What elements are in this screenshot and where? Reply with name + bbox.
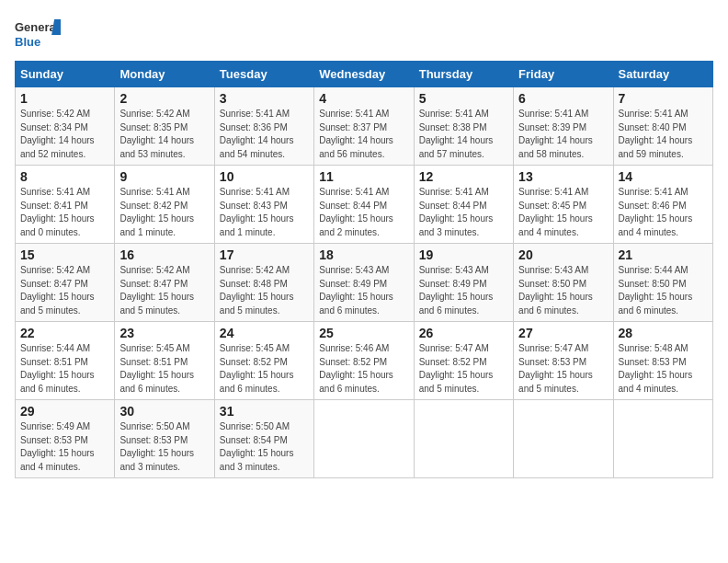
day-number: 23 xyxy=(119,326,209,340)
calendar-cell: 12Sunrise: 5:41 AM Sunset: 8:44 PM Dayli… xyxy=(414,166,513,244)
calendar-cell: 14Sunrise: 5:41 AM Sunset: 8:46 PM Dayli… xyxy=(613,166,712,244)
calendar-cell xyxy=(613,400,712,478)
day-number: 10 xyxy=(220,169,309,184)
day-number: 21 xyxy=(619,247,708,262)
calendar-cell: 22Sunrise: 5:44 AM Sunset: 8:51 PM Dayli… xyxy=(16,322,115,400)
day-number: 30 xyxy=(119,404,209,419)
day-number: 18 xyxy=(319,247,408,262)
day-info: Sunrise: 5:43 AM Sunset: 8:50 PM Dayligh… xyxy=(518,264,608,317)
day-info: Sunrise: 5:42 AM Sunset: 8:47 PM Dayligh… xyxy=(119,264,209,317)
calendar-cell: 28Sunrise: 5:48 AM Sunset: 8:53 PM Dayli… xyxy=(613,322,712,400)
calendar-cell: 20Sunrise: 5:43 AM Sunset: 8:50 PM Dayli… xyxy=(514,244,613,322)
calendar-cell: 8Sunrise: 5:41 AM Sunset: 8:41 PM Daylig… xyxy=(16,166,115,244)
day-info: Sunrise: 5:45 AM Sunset: 8:51 PM Dayligh… xyxy=(119,342,209,396)
day-number: 19 xyxy=(419,247,508,262)
day-info: Sunrise: 5:44 AM Sunset: 8:51 PM Dayligh… xyxy=(20,342,109,396)
calendar-cell: 15Sunrise: 5:42 AM Sunset: 8:47 PM Dayli… xyxy=(16,244,115,322)
day-info: Sunrise: 5:47 AM Sunset: 8:52 PM Dayligh… xyxy=(419,342,508,396)
day-info: Sunrise: 5:45 AM Sunset: 8:52 PM Dayligh… xyxy=(220,342,309,396)
day-number: 13 xyxy=(518,169,608,184)
column-header-saturday: Saturday xyxy=(613,62,712,87)
day-number: 31 xyxy=(220,404,309,419)
calendar-cell: 3Sunrise: 5:41 AM Sunset: 8:36 PM Daylig… xyxy=(214,87,313,166)
day-info: Sunrise: 5:50 AM Sunset: 8:54 PM Dayligh… xyxy=(220,420,309,474)
day-info: Sunrise: 5:41 AM Sunset: 8:39 PM Dayligh… xyxy=(518,108,608,161)
day-number: 25 xyxy=(319,326,408,340)
calendar-cell: 24Sunrise: 5:45 AM Sunset: 8:52 PM Dayli… xyxy=(214,322,313,400)
day-info: Sunrise: 5:41 AM Sunset: 8:38 PM Dayligh… xyxy=(419,108,508,161)
column-header-thursday: Thursday xyxy=(414,62,513,87)
day-number: 4 xyxy=(319,91,408,106)
day-info: Sunrise: 5:42 AM Sunset: 8:47 PM Dayligh… xyxy=(20,264,109,317)
day-info: Sunrise: 5:41 AM Sunset: 8:40 PM Dayligh… xyxy=(619,108,708,161)
day-number: 16 xyxy=(119,247,209,262)
day-number: 8 xyxy=(20,169,109,184)
day-number: 28 xyxy=(619,326,708,340)
day-info: Sunrise: 5:41 AM Sunset: 8:44 PM Dayligh… xyxy=(419,186,508,239)
day-info: Sunrise: 5:50 AM Sunset: 8:53 PM Dayligh… xyxy=(119,420,209,474)
calendar-cell xyxy=(414,400,513,478)
day-number: 11 xyxy=(319,169,408,184)
day-number: 22 xyxy=(20,326,109,340)
day-info: Sunrise: 5:42 AM Sunset: 8:35 PM Dayligh… xyxy=(119,108,209,161)
day-info: Sunrise: 5:42 AM Sunset: 8:34 PM Dayligh… xyxy=(20,108,109,161)
calendar-cell: 1Sunrise: 5:42 AM Sunset: 8:34 PM Daylig… xyxy=(16,87,115,166)
calendar-cell: 16Sunrise: 5:42 AM Sunset: 8:47 PM Dayli… xyxy=(115,244,214,322)
calendar-cell: 27Sunrise: 5:47 AM Sunset: 8:53 PM Dayli… xyxy=(514,322,613,400)
day-info: Sunrise: 5:42 AM Sunset: 8:48 PM Dayligh… xyxy=(220,264,309,317)
calendar-cell: 19Sunrise: 5:43 AM Sunset: 8:49 PM Dayli… xyxy=(414,244,513,322)
calendar-cell: 26Sunrise: 5:47 AM Sunset: 8:52 PM Dayli… xyxy=(414,322,513,400)
calendar-cell: 5Sunrise: 5:41 AM Sunset: 8:38 PM Daylig… xyxy=(414,87,513,166)
day-number: 9 xyxy=(119,169,209,184)
day-number: 12 xyxy=(419,169,508,184)
calendar-cell: 25Sunrise: 5:46 AM Sunset: 8:52 PM Dayli… xyxy=(314,322,414,400)
calendar-cell: 21Sunrise: 5:44 AM Sunset: 8:50 PM Dayli… xyxy=(613,244,712,322)
logo-svg: General Blue xyxy=(15,15,61,52)
day-info: Sunrise: 5:48 AM Sunset: 8:53 PM Dayligh… xyxy=(619,342,708,396)
calendar-week-row: 8Sunrise: 5:41 AM Sunset: 8:41 PM Daylig… xyxy=(16,166,713,244)
day-info: Sunrise: 5:41 AM Sunset: 8:37 PM Dayligh… xyxy=(319,108,408,161)
calendar-week-row: 1Sunrise: 5:42 AM Sunset: 8:34 PM Daylig… xyxy=(16,87,713,166)
calendar-cell xyxy=(514,400,613,478)
calendar-week-row: 15Sunrise: 5:42 AM Sunset: 8:47 PM Dayli… xyxy=(16,244,713,322)
calendar-cell: 18Sunrise: 5:43 AM Sunset: 8:49 PM Dayli… xyxy=(314,244,414,322)
calendar-header-row: SundayMondayTuesdayWednesdayThursdayFrid… xyxy=(16,62,713,87)
calendar-week-row: 22Sunrise: 5:44 AM Sunset: 8:51 PM Dayli… xyxy=(16,322,713,400)
day-number: 26 xyxy=(419,326,508,340)
day-info: Sunrise: 5:49 AM Sunset: 8:53 PM Dayligh… xyxy=(20,420,109,474)
calendar-cell: 2Sunrise: 5:42 AM Sunset: 8:35 PM Daylig… xyxy=(115,87,214,166)
calendar-cell: 13Sunrise: 5:41 AM Sunset: 8:45 PM Dayli… xyxy=(514,166,613,244)
day-number: 29 xyxy=(20,404,109,419)
page-header: General Blue xyxy=(15,15,713,52)
day-number: 5 xyxy=(419,91,508,106)
column-header-sunday: Sunday xyxy=(16,62,115,87)
day-number: 27 xyxy=(518,326,608,340)
day-info: Sunrise: 5:44 AM Sunset: 8:50 PM Dayligh… xyxy=(619,264,708,317)
calendar-cell: 4Sunrise: 5:41 AM Sunset: 8:37 PM Daylig… xyxy=(314,87,414,166)
day-info: Sunrise: 5:41 AM Sunset: 8:44 PM Dayligh… xyxy=(319,186,408,239)
calendar-cell: 17Sunrise: 5:42 AM Sunset: 8:48 PM Dayli… xyxy=(214,244,313,322)
calendar-cell: 31Sunrise: 5:50 AM Sunset: 8:54 PM Dayli… xyxy=(214,400,313,478)
calendar-cell: 10Sunrise: 5:41 AM Sunset: 8:43 PM Dayli… xyxy=(214,166,313,244)
svg-text:Blue: Blue xyxy=(15,35,40,49)
calendar-cell: 11Sunrise: 5:41 AM Sunset: 8:44 PM Dayli… xyxy=(314,166,414,244)
day-info: Sunrise: 5:41 AM Sunset: 8:43 PM Dayligh… xyxy=(220,186,309,239)
calendar-cell: 23Sunrise: 5:45 AM Sunset: 8:51 PM Dayli… xyxy=(115,322,214,400)
day-info: Sunrise: 5:43 AM Sunset: 8:49 PM Dayligh… xyxy=(319,264,408,317)
calendar-week-row: 29Sunrise: 5:49 AM Sunset: 8:53 PM Dayli… xyxy=(16,400,713,478)
day-info: Sunrise: 5:43 AM Sunset: 8:49 PM Dayligh… xyxy=(419,264,508,317)
calendar-cell: 6Sunrise: 5:41 AM Sunset: 8:39 PM Daylig… xyxy=(514,87,613,166)
day-info: Sunrise: 5:41 AM Sunset: 8:45 PM Dayligh… xyxy=(518,186,608,239)
day-number: 3 xyxy=(220,91,309,106)
column-header-monday: Monday xyxy=(115,62,214,87)
column-header-wednesday: Wednesday xyxy=(314,62,414,87)
day-number: 24 xyxy=(220,326,309,340)
day-info: Sunrise: 5:41 AM Sunset: 8:36 PM Dayligh… xyxy=(220,108,309,161)
day-number: 7 xyxy=(619,91,708,106)
day-info: Sunrise: 5:41 AM Sunset: 8:46 PM Dayligh… xyxy=(619,186,708,239)
calendar-cell xyxy=(314,400,414,478)
column-header-friday: Friday xyxy=(514,62,613,87)
calendar-cell: 30Sunrise: 5:50 AM Sunset: 8:53 PM Dayli… xyxy=(115,400,214,478)
day-number: 1 xyxy=(20,91,109,106)
day-number: 15 xyxy=(20,247,109,262)
